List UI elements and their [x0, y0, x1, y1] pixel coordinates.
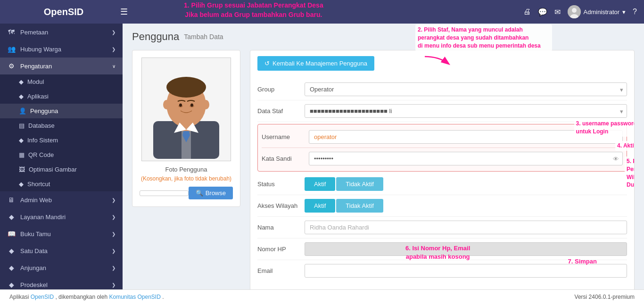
form-row-email: Email — [257, 260, 627, 281]
chat-icon[interactable]: 💬 — [538, 8, 547, 16]
nomor-hp-label: Nomor HP — [257, 246, 305, 253]
sidebar-item-pengguna[interactable]: 👤 Pengguna — [0, 104, 123, 118]
sidebar-item-prodeskel[interactable]: ◆ Prodeskel ❯ — [0, 276, 123, 289]
sidebar-item-label: Buku Tamu — [20, 230, 107, 238]
admin-user-menu[interactable]: Administrator ▾ — [568, 5, 626, 18]
kata-sandi-label: Kata Sandi — [262, 155, 309, 162]
form-row-nama: Nama — [257, 217, 627, 238]
avatar — [568, 5, 581, 18]
aplikasi-icon: ◆ — [19, 93, 24, 100]
status-toggle-group: Aktif Tidak Aktif — [305, 177, 383, 191]
akses-tidak-aktif-button[interactable]: Tidak Aktif — [336, 199, 383, 213]
sidebar-item-admin-web[interactable]: 🖥 Admin Web ❯ — [0, 191, 123, 208]
file-input-display — [140, 190, 189, 196]
status-tidak-aktif-button[interactable]: Tidak Aktif — [336, 177, 383, 191]
pengaturan-submenu: ◆ Modul ◆ Aplikasi 👤 Pengguna ▤ Database… — [0, 74, 123, 191]
nomor-hp-input[interactable] — [305, 242, 627, 256]
form-row-username: Username — [262, 126, 623, 148]
admin-label: Administrator — [584, 8, 620, 16]
nama-input[interactable] — [305, 221, 627, 234]
info-sistem-icon: ◆ — [19, 137, 24, 144]
browse-button[interactable]: 🔍 Browse — [189, 187, 233, 199]
qr-code-icon: ▦ — [19, 151, 25, 158]
akses-wilayah-toggle-group: Aktif Tidak Aktif — [305, 199, 383, 213]
sidebar-item-label: Prodeskel — [20, 281, 107, 288]
back-button[interactable]: ↺ Kembali Ke Manajemen Pengguna — [257, 56, 374, 71]
pengguna-icon: 👤 — [19, 107, 26, 115]
sidebar: 🗺 Pemetaan ❯ 👥 Hubung Warga ❯ ⚙ Pengatur… — [0, 24, 123, 289]
eye-icon[interactable]: 👁 — [613, 155, 619, 162]
password-wrap: 👁 — [309, 152, 623, 165]
status-label: Status — [257, 181, 305, 188]
hubung-warga-icon: 👥 — [7, 45, 16, 53]
komunitas-link[interactable]: Komunitas OpenSID — [109, 294, 160, 300]
sidebar-item-info-sistem[interactable]: ◆ Info Sistem — [0, 133, 123, 148]
chevron-icon: ❯ — [112, 197, 116, 203]
help-icon[interactable]: ? — [633, 8, 637, 16]
username-label: Username — [262, 133, 309, 140]
mail-icon[interactable]: ✉ — [554, 8, 561, 16]
search-icon: 🔍 — [196, 189, 203, 197]
content-row: Foto Pengguna (Kosongkan, jika foto tida… — [132, 50, 635, 289]
sidebar-item-optimasi-gambar[interactable]: 🖼 Optimasi Gambar — [0, 162, 123, 177]
data-staf-label: Data Staf — [257, 107, 305, 115]
username-input[interactable] — [309, 130, 623, 144]
prodeskel-icon: ◆ — [7, 281, 16, 288]
hamburger-icon[interactable]: ☰ — [120, 7, 128, 17]
sidebar-item-anjungan[interactable]: ◆ Anjungan ❯ — [0, 259, 123, 276]
sidebar-item-satu-data[interactable]: ◆ Satu Data ❯ — [0, 242, 123, 259]
opensid-link[interactable]: OpenSID — [31, 294, 54, 300]
login-highlight-box: Username Kata Sandi 👁 — [257, 124, 627, 172]
email-input[interactable] — [305, 264, 627, 278]
password-input[interactable] — [309, 152, 623, 165]
data-staf-select[interactable]: ■■■■■■■■■■■■■■■■■■■■■ li — [305, 104, 627, 118]
svg-point-8 — [163, 100, 170, 109]
akses-aktif-button[interactable]: Aktif — [305, 199, 335, 213]
group-select[interactable]: Operator — [305, 82, 627, 96]
refresh-icon: ↺ — [264, 60, 270, 67]
sidebar-item-label: Admin Web — [20, 197, 107, 204]
data-staf-select-wrap: ■■■■■■■■■■■■■■■■■■■■■ li ▾ — [305, 104, 627, 118]
browse-area: 🔍 Browse — [140, 187, 233, 199]
sidebar-item-qr-code[interactable]: ▦ QR Code — [0, 148, 123, 162]
main-content: Pengguna Tambah Data — [123, 24, 644, 289]
admin-web-icon: 🖥 — [7, 196, 16, 204]
sidebar-item-label: Satu Data — [20, 247, 107, 255]
sidebar-item-shortcut[interactable]: ◆ Shortcut — [0, 177, 123, 191]
optimasi-gambar-icon: 🖼 — [19, 166, 25, 173]
form-row-group: Group Operator ▾ — [257, 79, 627, 100]
form-body: Group Operator ▾ Data Staf — [250, 76, 634, 288]
chevron-icon: ❯ — [112, 282, 116, 288]
sidebar-item-pemetaan[interactable]: 🗺 Pemetaan ❯ — [0, 24, 123, 41]
svg-point-16 — [190, 104, 193, 107]
footer-text: Aplikasi OpenSID , dikembangkan oleh Kom… — [9, 294, 164, 300]
photo-hint: (Kosongkan, jika foto tidak berubah) — [140, 175, 233, 182]
photo-label: Foto Pengguna — [140, 166, 233, 173]
pengaturan-icon: ⚙ — [7, 62, 16, 70]
sidebar-item-modul[interactable]: ◆ Modul — [0, 74, 123, 89]
page-subtitle: Tambah Data — [184, 33, 223, 41]
sidebar-item-layanan-mandiri[interactable]: ◆ Layanan Mandiri ❯ — [0, 208, 123, 225]
sidebar-item-buku-tamu[interactable]: 📖 Buku Tamu ❯ — [0, 225, 123, 242]
sidebar-item-aplikasi[interactable]: ◆ Aplikasi — [0, 89, 123, 104]
satu-data-icon: ◆ — [7, 247, 16, 255]
pemetaan-icon: 🗺 — [7, 28, 16, 36]
sidebar-item-hubung-warga[interactable]: 👥 Hubung Warga ❯ — [0, 41, 123, 58]
sidebar-item-label: Pengaturan — [20, 63, 107, 70]
layanan-mandiri-icon: ◆ — [7, 213, 16, 221]
arrow-decoration-1 — [420, 54, 458, 70]
sidebar-item-pengaturan[interactable]: ⚙ Pengaturan ∨ — [0, 58, 123, 74]
sidebar-item-label: Pemetaan — [20, 29, 107, 36]
sidebar-item-database[interactable]: ▤ Database — [0, 118, 123, 133]
top-nav-right: 🖨 💬 ✉ Administrator ▾ ? — [523, 5, 637, 18]
form-row-akses-wilayah: Akses Wilayah Aktif Tidak Aktif — [257, 195, 627, 217]
sidebar-item-label: Hubung Warga — [20, 46, 107, 53]
print-icon[interactable]: 🖨 — [523, 8, 531, 16]
email-label: Email — [257, 267, 305, 274]
form-card: ↺ Kembali Ke Manajemen Pengguna — [250, 50, 635, 289]
form-row-kata-sandi: Kata Sandi 👁 — [262, 148, 623, 169]
svg-point-7 — [166, 77, 206, 98]
form-row-nomor-hp: Nomor HP — [257, 238, 627, 260]
svg-point-9 — [203, 100, 209, 109]
status-aktif-button[interactable]: Aktif — [305, 177, 335, 191]
